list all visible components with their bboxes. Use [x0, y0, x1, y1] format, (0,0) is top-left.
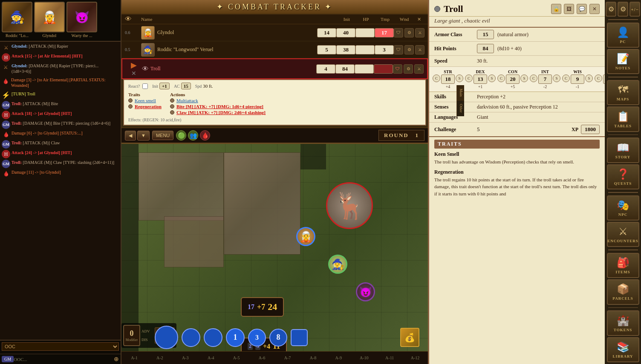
- prev-turn-button[interactable]: ◀: [125, 131, 136, 140]
- tracker-row-roddic[interactable]: 0.5 🧙 Roddic "Longword" Veruel 5 38: [121, 41, 428, 58]
- int-score: 7: [538, 75, 552, 84]
- tracker-col-init-hdr: Init: [337, 17, 356, 22]
- next-turn-button[interactable]: ▼: [137, 131, 150, 140]
- chat-text-6: [ATTACK (M)] Bite: [23, 101, 58, 106]
- monster-sheet-panel: Main Other Troll 🔒 🖼 💬 ✕ Large giant , c…: [428, 0, 605, 364]
- int-s-button[interactable]: S: [553, 75, 560, 82]
- toolbar-parcels-button[interactable]: 📦 PARCELS: [607, 279, 639, 304]
- die-d20-1[interactable]: [182, 328, 200, 347]
- tracker-shield-icon-r[interactable]: 🛡: [394, 45, 403, 54]
- tracker-vis-toggle[interactable]: 👁: [125, 15, 141, 23]
- die-d20-3[interactable]: 1: [226, 328, 245, 347]
- tracker-troll-eye[interactable]: 👁: [142, 65, 149, 73]
- chat-icon-gm-2: GM: [2, 120, 10, 129]
- chat-mode-select[interactable]: OOC IC GM: [2, 342, 119, 351]
- toolbar-pc-button[interactable]: 👤 PC: [607, 23, 639, 48]
- die-d8[interactable]: 8: [269, 329, 287, 347]
- coord-a3: A-3: [173, 355, 198, 360]
- tracker-troll-arrow: ▶: [131, 60, 137, 70]
- tracker-name-glyndol: Glyndol: [157, 29, 317, 36]
- init-val: +1: [159, 83, 170, 89]
- tracker-sword-icon-r[interactable]: ⚔: [415, 45, 424, 54]
- toolbar-items-button[interactable]: 🎒 ITEMS: [607, 253, 639, 278]
- die-d6[interactable]: [291, 329, 308, 346]
- action-dot-2: [170, 104, 174, 109]
- str-c-button[interactable]: C: [433, 75, 440, 82]
- tracker-sword-icon[interactable]: ⚔: [415, 28, 424, 37]
- toolbar-tables-button[interactable]: 📋 TABLES: [607, 106, 639, 132]
- action-1[interactable]: Multiattack: [176, 98, 198, 103]
- dex-c-button[interactable]: C: [465, 75, 473, 82]
- monster-ac-note: (natural armor): [497, 32, 528, 38]
- tracker-row-troll[interactable]: ▶ ✕ 👁 Troll 4 84: [121, 58, 428, 79]
- toolbar-maps-button[interactable]: 🗺 MAPS: [607, 80, 639, 105]
- chat-text-1: [ATTACK (M)] Rapier: [29, 44, 68, 49]
- die-d20-2[interactable]: [204, 328, 222, 347]
- toolbar-plusminus-button[interactable]: +/−: [629, 2, 640, 17]
- side-tab-main[interactable]: Main: [457, 85, 464, 100]
- tracker-gear-icon[interactable]: ⚙: [404, 28, 414, 37]
- monster-portrait-icon[interactable]: 🖼: [564, 4, 574, 14]
- tracker-gear-icon-t[interactable]: ⚙: [404, 64, 413, 74]
- monster-close-icon[interactable]: ✕: [589, 4, 600, 14]
- tracker-shield-icon-t[interactable]: 🛡: [393, 64, 402, 74]
- map-token-troll[interactable]: 🦌: [326, 182, 373, 229]
- toolbar-settings1-button[interactable]: ⚙: [606, 2, 616, 17]
- action-2[interactable]: Bite [M] [ATK: +7] [DMG: 1d6+4 piercing]: [176, 104, 263, 109]
- tracker-shield-icon[interactable]: 🛡: [394, 28, 403, 37]
- toolbar-encounters-button[interactable]: ⚔ ENCOUNTERS: [607, 222, 639, 247]
- map-room-3: [164, 216, 224, 267]
- ac-val: 15: [181, 83, 191, 89]
- tracker-troll-close[interactable]: ✕: [131, 70, 136, 77]
- str-s-button[interactable]: S: [456, 75, 463, 82]
- tracker-name-troll: Troll: [150, 66, 316, 72]
- tracker-gear-icon-r[interactable]: ⚙: [404, 45, 414, 54]
- tracker-sword-icon-t[interactable]: ⚔: [414, 64, 424, 74]
- coord-a6: A-6: [249, 355, 275, 360]
- react-checkbox[interactable]: [142, 83, 148, 89]
- tracker-portrait-glyndol: 🧝: [141, 26, 155, 40]
- toolbar-divider-4: [608, 192, 638, 193]
- toolbar-library-button[interactable]: 📚 LIBRARY: [607, 337, 639, 362]
- portrait-warty[interactable]: 😈 Warty the ...: [66, 2, 97, 39]
- action-3[interactable]: Claw [M] [ATK: +7] [DMG: 2d6+4 slashing]: [176, 110, 266, 115]
- tracker-row-glyndol[interactable]: 0.6 🧝 Glyndol 14 40 17: [121, 24, 428, 41]
- toolbar-quests-button[interactable]: ❓ QUESTS: [607, 164, 639, 189]
- menu-button[interactable]: MENU: [152, 131, 173, 140]
- die-d12[interactable]: 3: [248, 329, 266, 347]
- wis-s-button[interactable]: S: [585, 75, 593, 82]
- toolbar-npc-label: NPC: [618, 212, 628, 217]
- map-area[interactable]: 🦌 🧝 🧙 😈 17 +7 24 2 5: [121, 144, 428, 364]
- int-c-button[interactable]: C: [530, 75, 537, 82]
- actions-section-label: Actions: [170, 92, 191, 97]
- monster-lock-icon[interactable]: 🔒: [551, 4, 561, 14]
- portrait-roddic[interactable]: 🧙 Roddic "Lo...: [2, 2, 32, 39]
- die-d20-large[interactable]: [155, 326, 178, 349]
- chat-icon-h-3: H: [2, 150, 10, 158]
- chat-text-2: Attack [15] -> [at Air Elemental] [HIT]: [12, 54, 83, 58]
- toolbar-tokens-button[interactable]: 🏰 TOKENS: [607, 310, 639, 335]
- dex-s-button[interactable]: S: [488, 75, 496, 82]
- toolbar-story-button[interactable]: 📖 STORY: [607, 138, 639, 163]
- toolbar-npc-button[interactable]: 🎭 NPC: [607, 195, 639, 221]
- add-chat-button[interactable]: ⊕: [114, 355, 119, 363]
- side-tab-other[interactable]: Other: [457, 100, 464, 116]
- ac-label: AC: [174, 84, 180, 89]
- trait-dot-1: [128, 98, 133, 103]
- trait-1[interactable]: Keen smell: [135, 98, 156, 103]
- map-token-glyndol[interactable]: 🧝: [296, 227, 315, 246]
- wis-c-button[interactable]: C: [562, 75, 570, 82]
- trait-dot-2: [128, 104, 133, 109]
- monster-chat-icon[interactable]: 💬: [577, 4, 587, 14]
- map-token-warty[interactable]: 😈: [356, 282, 375, 301]
- con-c-button[interactable]: C: [497, 75, 505, 82]
- map-token-elf[interactable]: 🧙: [328, 255, 347, 274]
- toolbar-settings2-button[interactable]: ⚙: [618, 2, 628, 17]
- portrait-glyndol[interactable]: 🧝 Glyndol: [34, 2, 65, 39]
- cha-c-button[interactable]: C: [595, 75, 602, 82]
- gold-token[interactable]: 💰: [400, 328, 419, 347]
- toolbar-notes-button[interactable]: 📝 NOTES: [607, 49, 639, 74]
- con-s-button[interactable]: S: [520, 75, 528, 82]
- chat-icon-turn: ⚡: [2, 91, 10, 100]
- trait-2[interactable]: Regeneration: [135, 104, 162, 109]
